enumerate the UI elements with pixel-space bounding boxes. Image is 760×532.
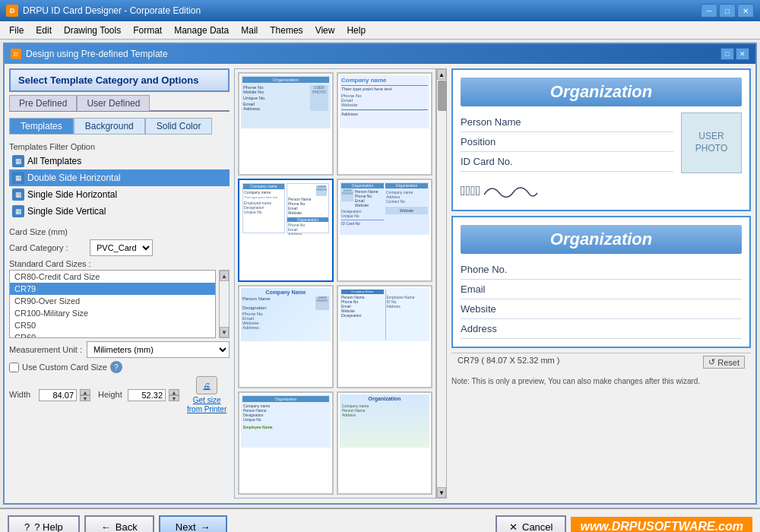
- size-cr60[interactable]: CR60: [10, 331, 215, 338]
- get-size-label: Get sizefrom Printer: [187, 396, 226, 414]
- tab-templates[interactable]: Templates: [9, 118, 74, 135]
- user-photo-box: USERPHOTO: [681, 112, 742, 173]
- back-button[interactable]: ← Back: [84, 515, 154, 533]
- template-card-3[interactable]: Company name Company nameThen type point…: [238, 179, 334, 282]
- menu-manage-data[interactable]: Manage Data: [168, 24, 235, 37]
- size-cr100[interactable]: CR100-Military Size: [10, 307, 215, 319]
- template-card-5[interactable]: Company Name Person NameDesignation USER…: [238, 285, 334, 388]
- template-card-2[interactable]: Company name Then type point here text P…: [337, 72, 432, 176]
- get-size-button[interactable]: 🖨 Get sizefrom Printer: [187, 376, 226, 414]
- filter-single-side-vertical[interactable]: ▦ Single Side Vertical: [9, 203, 230, 220]
- tab-user-defined[interactable]: User Defined: [77, 95, 150, 111]
- height-input[interactable]: [128, 389, 166, 401]
- maximize-button[interactable]: □: [719, 4, 736, 17]
- title-bar-controls: ─ □ ✕: [701, 4, 754, 17]
- template-grid-wrapper: Organization Phone NoMobile No Unique No…: [234, 68, 436, 499]
- size-scroll-up[interactable]: ▲: [220, 271, 229, 281]
- menu-format[interactable]: Format: [127, 24, 168, 37]
- height-down-button[interactable]: ▼: [169, 395, 179, 401]
- filter-all-templates[interactable]: ▦ All Templates: [9, 153, 230, 169]
- next-button[interactable]: Next →: [159, 515, 227, 533]
- size-cr79[interactable]: CR79: [10, 283, 215, 295]
- width-field: Width ▲ ▼: [9, 389, 90, 401]
- preview-position: Position: [461, 132, 673, 152]
- dialog-close-button[interactable]: ✕: [736, 48, 749, 60]
- height-label: Height: [98, 390, 125, 399]
- title-bar: D DRPU ID Card Designer - Corporate Edit…: [0, 0, 760, 21]
- reset-button[interactable]: ↺ Reset: [703, 356, 745, 369]
- menu-edit[interactable]: Edit: [30, 24, 58, 37]
- main-area: D Design using Pre-defined Template □ ✕ …: [0, 40, 760, 508]
- card-category-select[interactable]: PVC_Card: [90, 239, 153, 256]
- filter-section: Templates Filter Option ▦ All Templates …: [9, 141, 230, 220]
- left-panel: Select Template Category and Options Pre…: [9, 68, 230, 499]
- right-panel: Organization Person Name Position ID Car…: [451, 68, 751, 499]
- preview-card-bottom: Organization Phone No. Email Website Add…: [451, 216, 751, 348]
- menu-bar: File Edit Drawing Tools Format Manage Da…: [0, 21, 760, 40]
- size-scroll-down[interactable]: ▼: [220, 327, 229, 337]
- filter-single-side-horizontal[interactable]: ▦ Single Side Horizontal: [9, 186, 230, 203]
- measurement-select[interactable]: Milimeters (mm): [87, 341, 230, 358]
- width-down-button[interactable]: ▼: [80, 395, 90, 401]
- custom-size-checkbox[interactable]: [9, 363, 19, 372]
- menu-file[interactable]: File: [3, 24, 30, 37]
- width-up-button[interactable]: ▲: [80, 389, 90, 395]
- dialog-maximize-button[interactable]: □: [720, 48, 734, 60]
- tab-pre-defined[interactable]: Pre Defined: [9, 95, 77, 111]
- menu-drawing-tools[interactable]: Drawing Tools: [58, 24, 127, 37]
- reset-label: Reset: [717, 358, 739, 367]
- minimize-button[interactable]: ─: [701, 4, 717, 17]
- bottom-buttons: ? ? Help ← Back Next → ✕ Cancel www.DRPU…: [0, 508, 760, 532]
- all-templates-label: All Templates: [27, 156, 81, 166]
- signature-area: 🖊𝓄𝓬𝓳: [461, 179, 742, 202]
- size-cr50[interactable]: CR50: [10, 319, 215, 331]
- scrollbar-area: Organization Phone NoMobile No Unique No…: [234, 68, 447, 499]
- scroll-down-button[interactable]: ▼: [437, 487, 446, 498]
- cancel-icon: ✕: [509, 521, 518, 533]
- help-icon[interactable]: ?: [110, 361, 122, 373]
- dialog-controls: □ ✕: [720, 48, 749, 60]
- menu-help[interactable]: Help: [340, 24, 372, 37]
- template-card-1[interactable]: Organization Phone NoMobile No Unique No…: [238, 72, 334, 176]
- size-cr80[interactable]: CR80-Credit Card Size: [10, 271, 215, 283]
- help-icon: ?: [24, 521, 30, 533]
- size-cr90[interactable]: CR90-Over Sized: [10, 295, 215, 307]
- card-size-label: Card Size (mm): [9, 227, 230, 236]
- signature: 🖊𝓄𝓬𝓳: [461, 183, 480, 199]
- tab-solid-color[interactable]: Solid Color: [145, 118, 213, 135]
- scroll-thumb[interactable]: [438, 81, 447, 111]
- width-label: Width: [9, 390, 36, 399]
- close-button[interactable]: ✕: [737, 4, 754, 17]
- scroll-up-button[interactable]: ▲: [437, 69, 446, 80]
- app-title: DRPU ID Card Designer - Corporate Editio…: [23, 5, 201, 16]
- menu-view[interactable]: View: [309, 24, 341, 37]
- template-tabs: Templates Background Solid Color: [9, 118, 230, 135]
- width-input[interactable]: [39, 389, 77, 401]
- preview-note: Note: This is only a preview, You can al…: [451, 375, 751, 387]
- help-label: ? Help: [34, 521, 63, 533]
- height-spinner: ▲ ▼: [169, 389, 179, 401]
- height-up-button[interactable]: ▲: [169, 389, 179, 395]
- template-vscroll[interactable]: ▲ ▼: [436, 68, 447, 499]
- cancel-button[interactable]: ✕ Cancel: [496, 515, 566, 533]
- template-card-8[interactable]: Organization Company namePerson NameAddr…: [337, 391, 432, 495]
- tab-background[interactable]: Background: [74, 118, 145, 135]
- back-label: Back: [116, 521, 138, 533]
- size-list[interactable]: CR80-Credit Card Size CR79 CR90-Over Siz…: [9, 270, 216, 338]
- printer-icon: 🖨: [196, 376, 217, 394]
- custom-size-label: Use Custom Card Size: [22, 363, 107, 372]
- reset-icon: ↺: [708, 357, 715, 367]
- template-card-7[interactable]: Organization Company namePerson NameDesi…: [238, 391, 334, 495]
- card-size-section: Card Size (mm) Card Category : PVC_Card …: [9, 227, 230, 414]
- help-button[interactable]: ? ? Help: [8, 515, 80, 533]
- template-card-4[interactable]: Organization USERPHOTO Person NamePhone …: [337, 179, 432, 282]
- template-grid-area: Organization Phone NoMobile No Unique No…: [234, 68, 447, 499]
- menu-themes[interactable]: Themes: [264, 24, 309, 37]
- filter-label: Templates Filter Option: [9, 141, 230, 153]
- app-icon: D: [6, 5, 18, 17]
- filter-double-side-horizontal[interactable]: ▦ Double Side Horizontal: [9, 169, 230, 186]
- template-card-6[interactable]: Company Name Person NamePhone NoEmailWeb…: [337, 285, 432, 388]
- menu-mail[interactable]: Mail: [235, 24, 264, 37]
- preview-top-org-header: Organization: [461, 78, 742, 106]
- card-category-label: Card Category :: [9, 243, 85, 252]
